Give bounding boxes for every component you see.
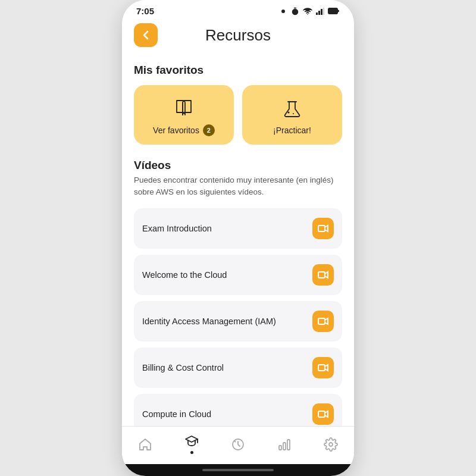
svg-rect-16 — [318, 411, 325, 417]
svg-rect-5 — [321, 9, 322, 15]
video-list-item[interactable]: Identity Access Management (IAM) — [134, 301, 342, 342]
phone-container: 7:05 — [122, 0, 354, 476]
page-title: Recursos — [205, 26, 271, 45]
status-bar: 7:05 — [122, 0, 354, 18]
svg-rect-21 — [287, 440, 290, 450]
ver-favoritos-label: Ver favoritos 2 — [153, 124, 215, 136]
svg-point-10 — [288, 112, 290, 114]
signal-icon — [316, 8, 324, 15]
svg-point-2 — [307, 14, 308, 15]
video-list-item[interactable]: Billing & Cost Control — [134, 347, 342, 388]
video-list-item[interactable]: Welcome to the Cloud — [134, 255, 342, 295]
back-button[interactable] — [134, 23, 158, 47]
tab-stats[interactable] — [261, 427, 308, 462]
svg-rect-12 — [318, 226, 325, 231]
video-play-button[interactable] — [312, 218, 334, 239]
svg-rect-20 — [283, 443, 286, 450]
status-time: 7:05 — [136, 6, 154, 16]
favorites-section: Mis favoritos Ver favoritos 2 — [122, 64, 354, 145]
video-list-item[interactable]: Exam Introduction — [134, 208, 342, 249]
video-item-label: Welcome to the Cloud — [142, 270, 227, 280]
favorites-title: Mis favoritos — [134, 64, 342, 77]
svg-point-0 — [281, 10, 285, 13]
battery-icon — [328, 8, 340, 14]
video-camera-icon — [318, 409, 328, 419]
svg-rect-19 — [279, 446, 281, 450]
video-list: Exam Introduction Welcome to the Cloud I… — [134, 208, 342, 427]
book-icon — [172, 96, 196, 120]
video-camera-icon — [318, 224, 328, 233]
wifi-icon — [303, 8, 312, 15]
svg-rect-6 — [323, 8, 324, 15]
practicar-label: ¡Practicar! — [273, 126, 311, 135]
video-play-button[interactable] — [312, 264, 334, 286]
svg-rect-14 — [318, 318, 325, 324]
home-bar — [122, 464, 354, 476]
status-icons — [279, 7, 340, 15]
tab-settings[interactable] — [308, 427, 354, 462]
ver-favoritos-card[interactable]: Ver favoritos 2 — [134, 85, 234, 145]
svg-rect-15 — [318, 365, 325, 371]
practicar-card[interactable]: ¡Practicar! — [242, 85, 342, 145]
svg-point-22 — [329, 443, 333, 446]
home-indicator — [202, 469, 274, 471]
video-item-label: Compute in Cloud — [142, 409, 211, 419]
header: Recursos — [122, 18, 354, 54]
video-item-label: Identity Access Management (IAM) — [142, 317, 276, 326]
tab-learn[interactable] — [168, 427, 215, 462]
video-play-button[interactable] — [312, 403, 334, 425]
video-play-button[interactable] — [312, 311, 334, 332]
video-item-label: Exam Introduction — [142, 224, 212, 233]
tab-history[interactable] — [215, 427, 261, 462]
notification-icon — [279, 7, 287, 15]
svg-rect-8 — [329, 9, 336, 13]
svg-point-11 — [293, 113, 294, 114]
tab-home[interactable] — [122, 427, 168, 462]
favorites-badge: 2 — [203, 124, 215, 136]
videos-description: Puedes encontrar contenido muy interesan… — [134, 174, 342, 199]
favorites-row: Ver favoritos 2 ¡Practicar! — [134, 85, 342, 145]
svg-rect-4 — [318, 11, 320, 15]
scroll-area: Mis favoritos Ver favoritos 2 — [122, 54, 354, 426]
tab-bar — [122, 426, 354, 464]
videos-section: Vídeos Puedes encontrar contenido muy in… — [122, 159, 354, 426]
flask-icon — [280, 97, 304, 121]
videos-title: Vídeos — [134, 159, 342, 172]
video-item-label: Billing & Cost Control — [142, 363, 224, 372]
video-camera-icon — [318, 317, 328, 326]
video-camera-icon — [318, 363, 328, 372]
tab-active-dot — [190, 451, 193, 454]
svg-rect-13 — [318, 272, 325, 278]
video-camera-icon — [318, 270, 328, 280]
video-list-item[interactable]: Compute in Cloud — [134, 394, 342, 427]
svg-rect-3 — [316, 12, 318, 15]
alarm-icon — [291, 7, 299, 15]
video-play-button[interactable] — [312, 357, 334, 378]
